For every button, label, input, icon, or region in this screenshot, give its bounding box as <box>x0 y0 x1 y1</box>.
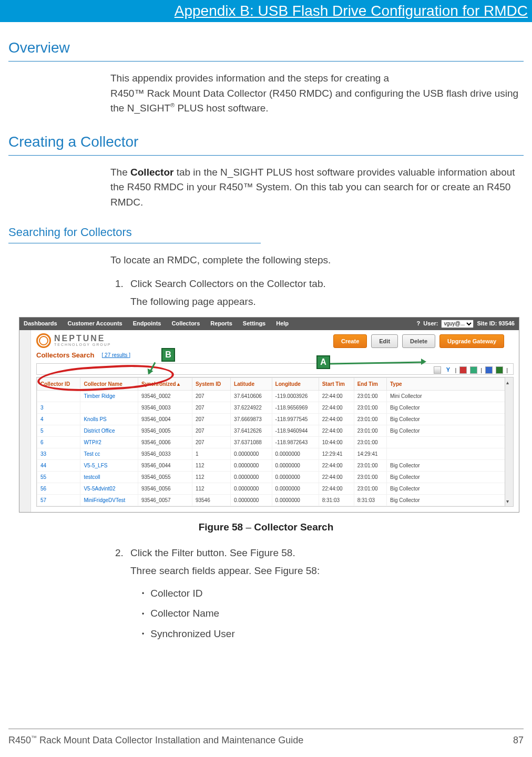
table-cell: 0.0000000 <box>272 495 319 506</box>
table-cell: V5-5_LFS <box>80 460 138 472</box>
menu-dashboards[interactable]: Dashboards <box>24 319 57 328</box>
step2-c: button. See Figure 58. <box>193 547 295 558</box>
table-cell: 93546_0056 <box>138 483 192 495</box>
col-start-time[interactable]: Start Tim <box>319 378 354 391</box>
upgrade-gateway-button[interactable]: Upgrade Gateway <box>439 334 504 349</box>
table-row[interactable]: 44V5-5_LFS93546_00441120.00000000.000000… <box>37 460 513 472</box>
edit-button[interactable]: Edit <box>371 334 398 349</box>
collectors-search-label: Collectors Search [ 27 results ] <box>36 350 514 361</box>
menu-endpoints[interactable]: Endpoints <box>133 319 161 328</box>
table-cell: 0.0000000 <box>231 460 272 472</box>
figure-caption: Figure 58 – Collector Search <box>0 520 532 535</box>
user-select[interactable]: vguy@... <box>441 320 474 328</box>
table-cell: 93546_0057 <box>138 495 192 506</box>
table-cell: 37.6224922 <box>231 402 272 414</box>
collectors-table-wrap: Collector ID Collector Name Synchronized… <box>36 377 514 507</box>
table-cell: 23:01:00 <box>354 460 386 472</box>
table-cell: 93546_0003 <box>138 402 192 414</box>
table-cell <box>37 391 80 402</box>
menu-reports[interactable]: Reports <box>210 319 232 328</box>
table-cell: 23:01:00 <box>354 483 386 495</box>
table-row[interactable]: 6WTP#293546_000620737.6371088-118.987264… <box>37 437 513 448</box>
export-excel-icon[interactable] <box>496 366 503 374</box>
filter-icon[interactable] <box>434 366 441 374</box>
export-word-icon[interactable] <box>485 366 493 374</box>
table-cell: 112 <box>192 472 230 483</box>
table-cell: 93546_0002 <box>138 391 192 402</box>
bullet-collector-name: Collector Name <box>142 606 532 621</box>
footer-page-number: 87 <box>513 733 524 748</box>
footer-left: R450™ Rack Mount Data Collector Installa… <box>8 733 303 748</box>
table-cell: V5-5Advint02 <box>80 483 138 495</box>
filter-y-icon[interactable]: Y <box>444 366 452 374</box>
table-row[interactable]: 33Test cc93546_003310.00000000.000000012… <box>37 448 513 460</box>
step2-b: Filter <box>171 547 193 558</box>
logo-text-small: TECHNOLOGY GROUP <box>54 343 111 346</box>
col-system-id[interactable]: System ID <box>192 378 230 391</box>
export-icon-1[interactable] <box>459 366 467 374</box>
step2-a: Click the <box>130 547 171 558</box>
table-cell: 37.6669873 <box>231 414 272 425</box>
table-row[interactable]: 5District Office93546_000520737.6412626-… <box>37 425 513 437</box>
table-cell: 207 <box>192 391 230 402</box>
table-cell: Big Collector <box>387 414 513 425</box>
table-cell: 93546_0055 <box>138 472 192 483</box>
step1-b: Search Collectors <box>155 278 233 289</box>
table-cell: 23:01:00 <box>354 391 386 402</box>
table-cell: 22:44:00 <box>319 460 354 472</box>
table-row[interactable]: 56V5-5Advint0293546_00561120.00000000.00… <box>37 483 513 495</box>
table-cell: testcoll <box>80 472 138 483</box>
table-cell <box>387 437 513 448</box>
table-cell: 22:44:00 <box>319 391 354 402</box>
table-cell: 93546_0044 <box>138 460 192 472</box>
table-cell: -118.9656969 <box>272 402 319 414</box>
step-2: Click the Filter button. See Figure 58. … <box>126 546 524 579</box>
table-cell: 207 <box>192 414 230 425</box>
toolbar-icons: Y | | | <box>434 366 508 375</box>
table-cell: 207 <box>192 437 230 448</box>
scroll-down-icon[interactable]: ▾ <box>506 497 509 505</box>
col-collector-name[interactable]: Collector Name <box>80 378 138 391</box>
export-icon-2[interactable] <box>470 366 477 374</box>
table-row[interactable]: 55testcoll93546_00551120.00000000.000000… <box>37 472 513 483</box>
table-row[interactable]: 57MiniFridgeDVTest93546_0057935460.00000… <box>37 495 513 506</box>
table-row[interactable]: 393546_000320737.6224922-118.965696922:4… <box>37 402 513 414</box>
help-icon[interactable]: ? <box>417 319 421 328</box>
table-cell: WTP#2 <box>80 437 138 448</box>
appendix-title-bar: Appendix B: USB Flash Drive Configuratio… <box>0 0 532 22</box>
create-button[interactable]: Create <box>333 334 367 349</box>
col-latitude[interactable]: Latitude <box>231 378 272 391</box>
menu-customer-accounts[interactable]: Customer Accounts <box>68 319 122 328</box>
results-count[interactable]: [ 27 results ] <box>102 351 130 359</box>
table-cell: 0.0000000 <box>272 472 319 483</box>
menu-collectors[interactable]: Collectors <box>171 319 200 328</box>
table-row[interactable]: Timber Ridge93546_000220737.6410606-119.… <box>37 391 513 402</box>
col-synchronized[interactable]: Synchronized ▴ <box>138 378 192 391</box>
table-cell: 112 <box>192 483 230 495</box>
delete-button[interactable]: Delete <box>402 334 435 349</box>
table-cell: 93546_0004 <box>138 414 192 425</box>
col-collector-id[interactable]: Collector ID <box>37 378 80 391</box>
scroll-up-icon[interactable]: ▴ <box>506 378 509 386</box>
registered-mark: ® <box>170 102 175 108</box>
menubar-left: Dashboards Customer Accounts Endpoints C… <box>24 319 289 328</box>
table-cell: 4 <box>37 414 80 425</box>
app-menubar: Dashboards Customer Accounts Endpoints C… <box>19 318 519 330</box>
table-cell: 56 <box>37 483 80 495</box>
overview-text-3: PLUS host software. <box>175 103 268 114</box>
col-longitude[interactable]: Longitude <box>272 378 319 391</box>
menu-help[interactable]: Help <box>276 319 289 328</box>
table-cell: Big Collector <box>387 425 513 437</box>
figure-58: Dashboards Customer Accounts Endpoints C… <box>19 317 519 513</box>
creating-rule <box>8 155 524 156</box>
col-type[interactable]: Type <box>387 378 513 391</box>
steps-list-2: Click the Filter button. See Figure 58. … <box>126 546 524 579</box>
table-cell: 44 <box>37 460 80 472</box>
table-row[interactable]: 4Knolls PS93546_000420737.6669873-118.99… <box>37 414 513 425</box>
col-end-time[interactable]: End Tim <box>354 378 386 391</box>
arrow-a-head <box>421 359 426 365</box>
table-cell: 93546_0005 <box>138 425 192 437</box>
table-cell: Timber Ridge <box>80 391 138 402</box>
vertical-scrollbar[interactable]: ▴ ▾ <box>505 377 513 506</box>
menu-settings[interactable]: Settings <box>243 319 265 328</box>
